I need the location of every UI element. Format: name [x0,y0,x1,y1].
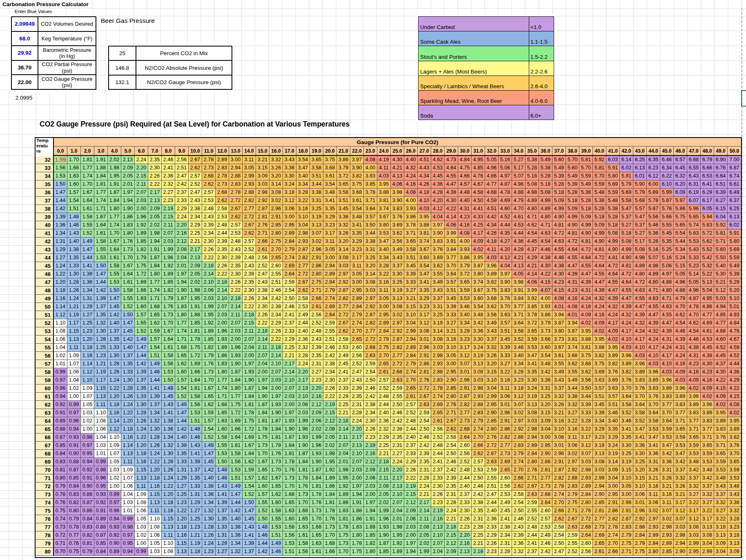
volume-cell[interactable]: 4.45 [701,344,714,352]
volume-cell[interactable]: 4.37 [526,246,539,254]
volume-cell[interactable]: 3.20 [485,360,499,368]
volume-cell[interactable]: 1.67 [94,213,108,221]
volume-cell[interactable]: 3.77 [687,417,701,425]
volume-cell[interactable]: 2.37 [431,466,445,474]
volume-cell[interactable]: 1.43 [243,523,256,531]
volume-cell[interactable]: 3.42 [674,458,687,466]
volume-cell[interactable]: 1.13 [67,336,81,344]
volume-cell[interactable]: 1.76 [323,515,337,523]
volume-cell[interactable]: 2.28 [418,474,431,482]
volume-cell[interactable]: 3.60 [377,221,391,229]
volume-cell[interactable]: 5.28 [606,213,620,221]
volume-cell[interactable]: 2.99 [701,548,714,556]
volume-cell[interactable]: 2.91 [552,458,566,466]
volume-cell[interactable]: 5.49 [579,180,593,189]
volume-cell[interactable]: 3.82 [728,433,741,442]
volume-cell[interactable]: 2.57 [472,458,485,466]
volume-cell[interactable]: 0.98 [94,466,108,474]
volume-cell[interactable]: 3.31 [647,458,660,466]
volume-cell[interactable]: 1.48 [216,466,229,474]
volume-cell[interactable]: 5.16 [499,156,512,164]
volume-cell[interactable]: 3.95 [714,409,728,417]
volume-cell[interactable]: 4.89 [526,197,539,205]
volume-cell[interactable]: 3.55 [552,360,566,368]
volume-cell[interactable]: 1.93 [216,336,229,344]
volume-cell[interactable]: 4.47 [579,270,593,278]
volume-cell[interactable]: 2.68 [579,523,593,531]
volume-cell[interactable]: 1.40 [202,474,216,482]
volume-cell[interactable]: 4.08 [364,156,377,164]
volume-cell[interactable]: 1.37 [216,507,229,515]
volume-cell[interactable]: 1.50 [121,311,135,319]
volume-cell[interactable]: 5.08 [606,229,620,238]
volume-cell[interactable]: 1.44 [256,540,269,548]
volume-cell[interactable]: 1.58 [216,433,229,442]
volume-cell[interactable]: 2.95 [687,548,701,556]
volume-cell[interactable]: 2.00 [404,531,418,540]
volume-cell[interactable]: 0.77 [67,531,81,540]
volume-cell[interactable]: 2.11 [229,311,243,319]
volume-cell[interactable]: 3.30 [633,450,647,458]
volume-cell[interactable]: 3.27 [499,360,512,368]
volume-cell[interactable]: 4.15 [552,287,566,295]
volume-cell[interactable]: 2.82 [606,515,620,523]
volume-cell[interactable]: 3.49 [391,246,404,254]
volume-cell[interactable]: 2.73 [539,482,552,491]
volume-cell[interactable]: 1.37 [189,466,202,474]
volume-cell[interactable]: 3.06 [647,499,660,507]
volume-cell[interactable]: 3.54 [350,205,364,213]
volume-cell[interactable]: 5.28 [579,197,593,205]
volume-cell[interactable]: 0.95 [94,482,108,491]
volume-cell[interactable]: 2.65 [377,360,391,368]
volume-cell[interactable]: 6.19 [687,189,701,197]
volume-cell[interactable]: 1.43 [216,482,229,491]
volume-cell[interactable]: 2.77 [539,474,552,482]
volume-cell[interactable]: 1.65 [202,393,216,401]
volume-cell[interactable]: 1.26 [135,417,148,425]
volume-cell[interactable]: 2.07 [243,336,256,344]
volume-cell[interactable]: 1.85 [189,319,202,327]
volume-cell[interactable]: 4.34 [485,221,499,229]
volume-cell[interactable]: 3.46 [620,417,633,425]
volume-cell[interactable]: 2.11 [418,515,431,523]
volume-cell[interactable]: 1.44 [229,499,243,507]
volume-cell[interactable]: 3.95 [593,336,606,344]
volume-cell[interactable]: 1.68 [216,401,229,409]
volume-cell[interactable]: 1.13 [162,523,175,531]
volume-cell[interactable]: 3.14 [606,458,620,466]
volume-cell[interactable]: 1.52 [202,433,216,442]
volume-cell[interactable]: 1.03 [121,499,135,507]
volume-cell[interactable]: 1.96 [310,442,323,450]
volume-cell[interactable]: 2.48 [458,466,472,474]
volume-cell[interactable]: 2.74 [606,531,620,540]
volume-cell[interactable]: 1.60 [175,368,189,376]
volume-cell[interactable]: 3.86 [404,213,418,221]
volume-cell[interactable]: 1.73 [269,458,283,466]
volume-cell[interactable]: 3.03 [431,344,445,352]
volume-cell[interactable]: 3.26 [660,474,674,482]
volume-cell[interactable]: 4.09 [606,327,620,336]
volume-cell[interactable]: 5.59 [593,180,606,189]
volume-cell[interactable]: 4.02 [714,401,728,409]
volume-cell[interactable]: 1.68 [310,523,323,531]
volume-cell[interactable]: 5.08 [633,246,647,254]
volume-cell[interactable]: 1.78 [296,474,310,482]
volume-cell[interactable]: 3.71 [512,311,526,319]
volume-cell[interactable]: 2.21 [445,515,458,523]
volume-cell[interactable]: 1.40 [175,433,189,442]
volume-cell[interactable]: 3.94 [552,311,566,319]
volume-cell[interactable]: 4.24 [606,311,620,319]
volume-cell[interactable]: 2.39 [418,450,431,458]
volume-cell[interactable]: 4.69 [701,319,714,327]
volume-cell[interactable]: 3.01 [418,336,431,344]
volume-cell[interactable]: 2.47 [175,172,189,180]
volume-cell[interactable]: 4.72 [579,246,593,254]
volume-cell[interactable]: 4.40 [404,156,418,164]
volume-cell[interactable]: 1.11 [135,482,148,491]
volume-cell[interactable]: 2.22 [404,474,418,482]
volume-cell[interactable]: 1.43 [189,442,202,450]
volume-cell[interactable]: 3.89 [633,368,647,376]
volume-cell[interactable]: 2.07 [391,499,404,507]
volume-cell[interactable]: 1.36 [54,221,67,229]
volume-cell[interactable]: 2.91 [310,254,323,262]
